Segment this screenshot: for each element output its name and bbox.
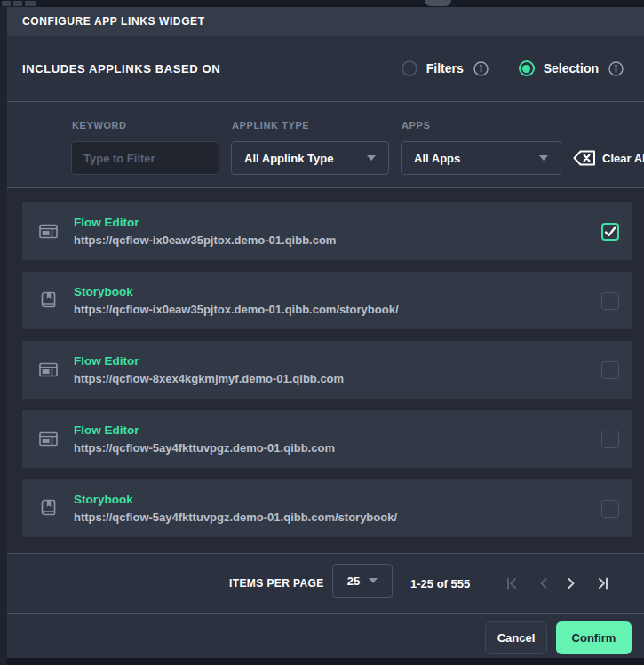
chevron-down-icon [369,578,378,583]
applink-list: Flow Editor https://qcflow-ix0eaw35pjtox… [7,188,644,553]
applink-type-dropdown[interactable]: All Applink Type [231,141,389,175]
background-page-edge-top [0,0,644,7]
confirm-button[interactable]: Confirm [556,621,632,654]
applink-checkbox[interactable] [601,500,619,518]
check-icon [604,226,616,237]
background-window-remnant [425,0,451,6]
backspace-icon [573,149,596,167]
clear-all-button[interactable]: Clear All [573,141,644,175]
keyword-filter-input[interactable] [71,141,219,175]
filter-row: FILTER KEYWORD APPLINK TYPE All Applink … [7,102,644,187]
background-window-remnant [2,1,11,6]
applink-checkbox[interactable] [601,431,619,448]
applink-name[interactable]: Flow Editor [74,354,344,368]
keyword-label: KEYWORD [72,120,127,131]
applink-icon-wrap [22,431,74,447]
background-page-edge-left [0,7,7,665]
apps-dropdown[interactable]: All Apps [401,141,561,175]
selection-radio[interactable] [519,60,535,76]
filters-radio[interactable] [402,60,417,76]
applink-icon-wrap [22,291,74,310]
window-icon [39,224,58,239]
clear-all-label: Clear All [602,152,644,165]
page-size-dropdown[interactable]: 25 [332,564,393,598]
applink-name[interactable]: Storybook [74,285,399,298]
applink-url: https://qcflow-ix0eaw35pjtox.demo-01.qib… [74,303,399,316]
configure-app-links-modal: CONFIGURE APP LINKS WIDGET INCLUDES APPL… [7,7,644,658]
screen: CONFIGURE APP LINKS WIDGET INCLUDES APPL… [0,0,644,665]
applink-list-item[interactable]: Storybook https://qcflow-5ay4fkttuvpgz.d… [22,479,632,537]
includes-applinks-row: INCLUDES APPLINKS BASED ON Filters Selec… [7,36,644,101]
chevron-down-icon [539,155,548,161]
applink-name[interactable]: Flow Editor [74,216,336,229]
first-page-icon [505,576,519,590]
next-page-button[interactable] [567,576,577,590]
applink-texts: Storybook https://qcflow-ix0eaw35pjtox.d… [74,285,399,316]
filters-info-icon[interactable] [473,61,489,76]
selection-info-icon[interactable] [608,61,624,76]
previous-page-button[interactable] [537,576,548,590]
applink-texts: Flow Editor https://qcflow-5ay4fkttuvpgz… [74,424,335,455]
pagination-row: ITEMS PER PAGE 25 1-25 of 555 [7,554,644,613]
applink-type-value: All Applink Type [244,152,333,165]
applink-name[interactable]: Storybook [74,493,397,506]
background-page-edge-bottom [7,658,644,665]
window-icon [39,431,58,447]
filters-radio-label[interactable]: Filters [426,61,464,75]
modal-titlebar: CONFIGURE APP LINKS WIDGET [7,7,644,36]
applink-list-item[interactable]: Storybook https://qcflow-ix0eaw35pjtox.d… [22,272,632,329]
applink-url: https://qcflow-5ay4fkttuvpgz.demo-01.qib… [74,511,397,524]
chevron-down-icon [367,155,376,161]
apps-label: APPS [402,120,430,131]
applink-icon-wrap [22,224,74,239]
last-page-button[interactable] [596,576,610,590]
radio-group: Filters Selection [402,60,624,76]
applink-list-item[interactable]: Flow Editor https://qcflow-ix0eaw35pjtox… [22,202,632,260]
includes-applinks-label: INCLUDES APPLINKS BASED ON [22,62,220,75]
applink-texts: Flow Editor https://qcflow-8xex4kgkmjmyf… [74,354,344,385]
cancel-button[interactable]: Cancel [485,621,547,654]
applink-type-label: APPLINK TYPE [232,120,309,131]
page-size-value: 25 [347,574,360,588]
apps-value: All Apps [414,152,460,165]
chevron-right-icon [567,576,577,590]
items-per-page-label: ITEMS PER PAGE [229,577,324,590]
applink-list-item[interactable]: Flow Editor https://qcflow-8xex4kgkmjmyf… [22,341,632,399]
selection-radio-label[interactable]: Selection [544,61,599,75]
book-icon [41,499,56,518]
pagination-range-text: 1-25 of 555 [410,577,470,590]
background-window-remnant [25,1,36,6]
chevron-left-icon [537,576,548,590]
book-icon [41,291,56,310]
applink-url: https://qcflow-ix0eaw35pjtox.demo-01.qib… [74,234,336,247]
applink-checkbox[interactable] [601,292,619,310]
applink-icon-wrap [22,499,74,518]
last-page-icon [596,576,610,590]
modal-title: CONFIGURE APP LINKS WIDGET [22,15,205,28]
first-page-button[interactable] [505,576,519,590]
window-icon [39,362,58,377]
applink-url: https://qcflow-8xex4kgkmjmyf.demo-01.qib… [74,372,344,385]
applink-texts: Flow Editor https://qcflow-ix0eaw35pjtox… [74,216,336,247]
applink-texts: Storybook https://qcflow-5ay4fkttuvpgz.d… [74,493,397,524]
pager-controls [505,576,610,590]
background-window-remnant [13,1,22,6]
applink-checkbox[interactable] [601,361,619,379]
applink-url: https://qcflow-5ay4fkttuvpgz.demo-01.qib… [74,441,335,455]
applink-name[interactable]: Flow Editor [74,424,335,437]
modal-footer: Cancel Confirm [7,614,644,658]
applink-checkbox[interactable] [601,223,619,241]
applink-icon-wrap [22,362,74,377]
applink-list-item[interactable]: Flow Editor https://qcflow-5ay4fkttuvpgz… [22,410,632,468]
